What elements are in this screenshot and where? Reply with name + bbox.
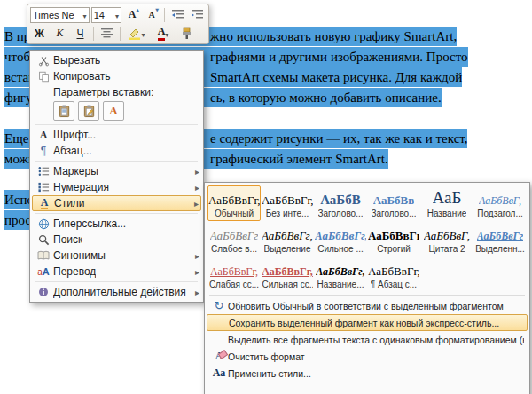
action-save-as-quick-style[interactable]: Сохранить выделенный фрагмент как новый … xyxy=(207,314,528,331)
style-label: Выделение xyxy=(264,244,311,254)
style-label: Заголово... xyxy=(372,209,417,218)
menu-item-label: Маркеры xyxy=(53,165,98,177)
style-label: Строгий xyxy=(377,244,411,254)
refresh-icon: ↻ xyxy=(210,299,228,312)
book-icon xyxy=(34,250,53,261)
toolbar-separator xyxy=(120,27,121,41)
numbered-list-icon xyxy=(34,182,53,193)
toolbar-separator xyxy=(93,27,94,41)
context-menu: Вырезать Копировать Параметры вставки: A… xyxy=(29,50,204,303)
style-cell-title[interactable]: АаБНазвание xyxy=(420,185,473,221)
style-label: Подзагол... xyxy=(477,209,522,218)
menu-item-bullets[interactable]: Маркеры xyxy=(32,163,201,179)
style-cell-list-paragraph[interactable]: АаБбВвГг,¶ Абзац с... xyxy=(367,256,420,292)
style-cell-emphasis[interactable]: АаБбВвГг,Выделение xyxy=(261,221,314,256)
styles-icon: А xyxy=(35,198,54,209)
action-select-similar-formatting[interactable]: Выделить все фрагменты текста с одинаков… xyxy=(207,331,528,348)
style-cell-heading1[interactable]: АаБбВЗаголово... xyxy=(314,185,367,221)
scissors-icon xyxy=(34,55,53,67)
styles-submenu: АаБбВвГг,Обычный АаБбВвГг,Без инте... Аа… xyxy=(204,182,530,394)
italic-button[interactable]: К xyxy=(51,24,69,43)
shrink-font-button[interactable]: А xyxy=(143,5,160,24)
menu-item-hyperlink[interactable]: Гиперссылка... xyxy=(32,216,201,232)
paste-merge-formatting-button[interactable] xyxy=(78,101,99,121)
submenu-arrow-icon xyxy=(195,265,200,278)
menu-item-cut[interactable]: Вырезать xyxy=(32,52,201,68)
font-size-value: 14 xyxy=(94,10,105,20)
font-glyph-icon: А xyxy=(40,129,48,142)
bold-button[interactable]: Ж xyxy=(30,24,49,43)
style-cell-intense-emphasis[interactable]: АаБбВвГг,Сильное ... xyxy=(314,221,367,256)
style-cell-intense-reference[interactable]: АаБбВвГг,Сильная сс... xyxy=(261,256,314,292)
style-sample: АаБбВвГ, xyxy=(424,223,470,243)
shrink-font-label: А xyxy=(148,10,154,20)
highlighter-icon xyxy=(128,27,141,40)
paste-keep-text-only-button[interactable]: A xyxy=(103,101,124,121)
style-sample: АаБ xyxy=(433,187,462,208)
font-name-combobox[interactable]: Times Ne xyxy=(30,7,90,23)
highlight-color-button[interactable] xyxy=(124,24,149,43)
menu-item-synonyms[interactable]: Синонимы xyxy=(32,248,201,264)
center-align-button[interactable] xyxy=(98,24,116,43)
menu-separator xyxy=(35,281,198,282)
mini-toolbar-row-1: Times Ne 14 А А xyxy=(30,5,206,24)
menu-item-styles[interactable]: А Стили xyxy=(32,195,201,211)
clipboard-brush-icon xyxy=(82,104,96,118)
style-cell-intense-quote[interactable]: АаБбВвГгВыделенн... xyxy=(473,221,527,256)
style-cell-normal[interactable]: АаБбВвГг,Обычный xyxy=(207,185,261,221)
grow-font-button[interactable]: А xyxy=(123,5,141,24)
menu-item-search[interactable]: Поиск xyxy=(32,232,201,248)
style-sample: АаБбВвГг xyxy=(477,223,523,243)
menu-item-numbering[interactable]: Нумерация xyxy=(32,179,201,195)
menu-item-copy[interactable]: Копировать xyxy=(32,68,201,84)
menu-item-label: Перевод xyxy=(53,265,96,278)
paste-keep-formatting-button[interactable] xyxy=(53,101,74,121)
style-label: Выделенн... xyxy=(475,244,525,254)
line-right-fragment: е содержит рисунки — их, так же как и те… xyxy=(210,129,467,148)
increase-indent-icon xyxy=(191,9,204,20)
paste-options-row: A xyxy=(32,99,201,122)
action-apply-styles[interactable]: Аа Применить стили... xyxy=(207,365,528,382)
decrease-indent-button[interactable] xyxy=(168,5,186,24)
menu-item-additional-actions[interactable]: Дополнительные действия xyxy=(32,284,201,300)
style-sample: АаБбВвГг, xyxy=(316,258,364,279)
style-cell-quote2[interactable]: АаБбВвГ,Цитата 2 xyxy=(420,221,473,256)
style-cell-subtitle[interactable]: АаБбВвГ,Подзагол... xyxy=(473,185,527,221)
menu-item-label: Нумерация xyxy=(53,181,109,193)
style-cell-book-title[interactable]: АаБбВвГг,Название... xyxy=(314,256,367,292)
clear-formatting-icon: А xyxy=(210,350,228,363)
menu-separator xyxy=(35,213,198,214)
style-cell-subtle-emphasis[interactable]: АаБбВвГгСлабое в... xyxy=(207,221,261,256)
line-right-fragment: графиями и другими изображениями. Просто xyxy=(210,47,468,67)
menu-item-font[interactable]: А Шрифт... xyxy=(32,127,201,143)
action-clear-formatting[interactable]: А Очистить формат xyxy=(207,348,528,365)
action-label: Сохранить выделенный фрагмент как новый … xyxy=(229,318,499,328)
submenu-arrow-icon xyxy=(195,165,200,177)
style-cell-no-spacing[interactable]: АаБбВвГг,Без инте... xyxy=(261,185,314,221)
chevron-down-icon[interactable] xyxy=(141,28,145,40)
style-cell-strong[interactable]: АаБбВвГг,Строгий xyxy=(367,221,420,256)
style-sample: АаБбВвГг xyxy=(210,223,259,243)
style-cell-heading2[interactable]: АаБбВвЗаголово... xyxy=(367,185,420,221)
font-size-combobox[interactable]: 14 xyxy=(91,7,121,23)
style-label: Сильное ... xyxy=(317,244,364,254)
chevron-down-icon[interactable] xyxy=(115,10,119,20)
menu-item-label: Вырезать xyxy=(53,54,100,67)
menu-item-paragraph[interactable]: Абзац... xyxy=(32,143,201,159)
style-cell-subtle-reference[interactable]: АаБбВвГг,Слабая сс... xyxy=(207,256,261,292)
action-update-normal[interactable]: ↻ Обновить Обычный в соответствии с выде… xyxy=(207,297,528,314)
chevron-down-icon[interactable] xyxy=(83,10,87,20)
underline-button[interactable]: Ч xyxy=(71,24,90,43)
font-color-button[interactable]: А xyxy=(151,24,176,43)
word-page: В пржно использовать новую графику Smart… xyxy=(0,0,532,394)
menu-item-translate[interactable]: Перевод xyxy=(32,264,201,280)
line-right-fragment: SmartArt схемы макета рисунка. Для каждо… xyxy=(210,67,462,87)
quick-styles-gallery: АаБбВвГг,Обычный АаБбВвГг,Без инте... Аа… xyxy=(207,185,528,292)
center-align-icon xyxy=(101,28,113,38)
style-sample: АаБбВв xyxy=(373,187,415,208)
menu-item-label: Шрифт... xyxy=(53,129,96,141)
line-right-fragment: жно использовать новую графику SmartArt, xyxy=(210,27,457,46)
increase-indent-button[interactable] xyxy=(188,5,206,24)
chevron-down-icon[interactable] xyxy=(165,28,168,40)
format-painter-button[interactable] xyxy=(177,24,196,43)
